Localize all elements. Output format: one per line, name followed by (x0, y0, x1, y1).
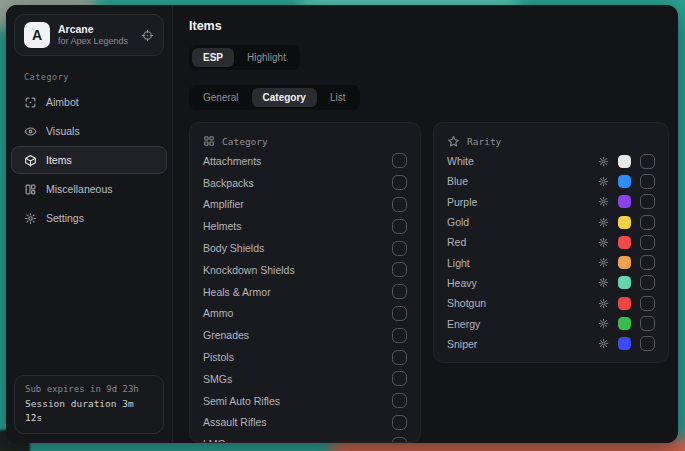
category-label: Amplifier (203, 198, 244, 210)
color-swatch[interactable] (618, 337, 631, 350)
category-panel: Category AttachmentsBackpacksAmplifierHe… (189, 122, 421, 443)
checkbox[interactable] (640, 154, 655, 169)
category-row-knockdown-shields: Knockdown Shields (203, 259, 407, 281)
checkbox[interactable] (392, 393, 407, 408)
category-label: Ammo (203, 307, 233, 319)
checkbox[interactable] (392, 153, 407, 168)
checkbox[interactable] (392, 262, 407, 277)
category-row-lmgs: LMGs (203, 433, 407, 443)
checkbox[interactable] (640, 255, 655, 270)
cog-icon[interactable] (598, 298, 609, 309)
color-swatch[interactable] (618, 155, 631, 168)
rarity-panel: Rarity WhiteBluePurpleGoldRedLightHeavyS… (433, 122, 669, 363)
category-label: Knockdown Shields (203, 264, 295, 276)
color-swatch[interactable] (618, 276, 631, 289)
checkbox[interactable] (392, 241, 407, 256)
cog-icon[interactable] (598, 237, 609, 248)
rarity-row-light: Light (447, 252, 655, 272)
color-swatch[interactable] (618, 175, 631, 188)
crosshair-icon (24, 96, 37, 109)
color-swatch[interactable] (618, 297, 631, 310)
tab-esp[interactable]: ESP (192, 48, 234, 67)
category-label: Helmets (203, 220, 242, 232)
tab-highlight[interactable]: Highlight (236, 48, 297, 67)
category-label: Body Shields (203, 242, 264, 254)
cog-icon[interactable] (598, 338, 609, 349)
rarity-list: WhiteBluePurpleGoldRedLightHeavyShotgunE… (447, 151, 655, 354)
category-panel-header: Category (203, 133, 407, 150)
cog-icon[interactable] (598, 176, 609, 187)
color-swatch[interactable] (618, 256, 631, 269)
color-swatch[interactable] (618, 317, 631, 330)
cog-icon[interactable] (598, 277, 609, 288)
view-tab-group: GeneralCategoryList (189, 85, 360, 110)
app-logo: A (24, 22, 50, 48)
category-row-body-shields: Body Shields (203, 237, 407, 259)
category-label: Assault Rifles (203, 416, 267, 428)
cog-icon[interactable] (598, 318, 609, 329)
checkbox[interactable] (640, 215, 655, 230)
checkbox[interactable] (640, 174, 655, 189)
category-row-assault-rifles: Assault Rifles (203, 412, 407, 434)
panels-row: Category AttachmentsBackpacksAmplifierHe… (189, 122, 669, 443)
checkbox[interactable] (640, 275, 655, 290)
checkbox[interactable] (640, 235, 655, 250)
checkbox[interactable] (392, 328, 407, 343)
cog-icon[interactable] (598, 217, 609, 228)
app-name: Arcane (58, 23, 133, 36)
cog-icon[interactable] (598, 196, 609, 207)
category-label: Heals & Armor (203, 286, 271, 298)
checkbox[interactable] (392, 284, 407, 299)
checkbox[interactable] (392, 371, 407, 386)
category-row-ammo: Ammo (203, 303, 407, 325)
checkbox[interactable] (392, 350, 407, 365)
grid-icon (24, 183, 37, 196)
app-window: A Arcane for Apex Legends Category Aimbo… (6, 5, 678, 443)
checkbox[interactable] (640, 316, 655, 331)
mode-tab-group: ESPHighlight (189, 45, 300, 70)
category-row-semi-auto-rifles: Semi Auto Rifles (203, 390, 407, 412)
tab-general[interactable]: General (192, 88, 250, 107)
category-row-helmets: Helmets (203, 215, 407, 237)
rarity-row-shotgun: Shotgun (447, 293, 655, 313)
rarity-label: Blue (447, 175, 598, 187)
tab-list[interactable]: List (319, 88, 357, 107)
checkbox[interactable] (640, 336, 655, 351)
sidebar-item-label: Items (46, 154, 72, 166)
target-icon[interactable] (141, 29, 154, 42)
category-row-grenades: Grenades (203, 324, 407, 346)
rarity-panel-title: Rarity (467, 136, 501, 147)
category-row-smgs: SMGs (203, 368, 407, 390)
color-swatch[interactable] (618, 236, 631, 249)
sidebar-item-label: Aimbot (46, 96, 79, 108)
checkbox[interactable] (392, 219, 407, 234)
tab-category[interactable]: Category (252, 88, 317, 107)
sidebar-item-aimbot[interactable]: Aimbot (11, 88, 167, 116)
sidebar-item-miscellaneous[interactable]: Miscellaneous (11, 175, 167, 203)
category-label: Pistols (203, 351, 234, 363)
checkbox[interactable] (392, 175, 407, 190)
checkbox[interactable] (392, 306, 407, 321)
category-label: Grenades (203, 329, 249, 341)
category-panel-title: Category (222, 136, 268, 147)
page-title: Items (189, 19, 669, 33)
sidebar-item-settings[interactable]: Settings (11, 204, 167, 232)
sidebar-item-items[interactable]: Items (11, 146, 167, 174)
checkbox[interactable] (640, 194, 655, 209)
category-label: LMGs (203, 438, 231, 443)
checkbox[interactable] (640, 296, 655, 311)
checkbox[interactable] (392, 197, 407, 212)
checkbox[interactable] (392, 415, 407, 430)
color-swatch[interactable] (618, 195, 631, 208)
checkbox[interactable] (392, 437, 407, 443)
cog-icon[interactable] (598, 156, 609, 167)
sidebar-item-visuals[interactable]: Visuals (11, 117, 167, 145)
rarity-label: Sniper (447, 338, 598, 350)
sidebar-nav: AimbotVisualsItemsMiscellaneousSettings (6, 88, 172, 232)
cog-icon[interactable] (598, 257, 609, 268)
category-label: Backpacks (203, 177, 254, 189)
color-swatch[interactable] (618, 216, 631, 229)
rarity-row-red: Red (447, 232, 655, 252)
category-row-backpacks: Backpacks (203, 172, 407, 194)
eye-icon (24, 125, 37, 138)
